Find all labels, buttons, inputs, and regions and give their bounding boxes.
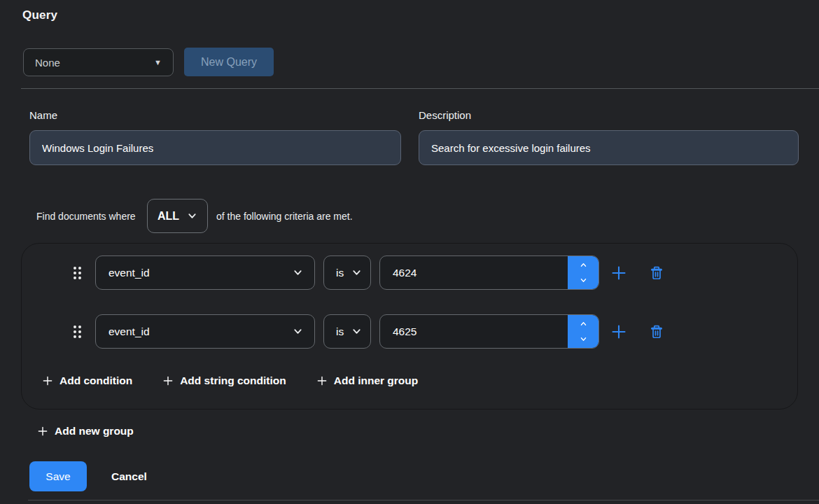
name-label: Name <box>29 109 57 121</box>
plus-icon <box>316 375 328 386</box>
operator-select-value: is <box>336 326 344 338</box>
chevron-down-icon <box>351 267 362 278</box>
drag-handle-icon[interactable] <box>74 267 81 279</box>
condition-row: event_id is <box>74 255 664 290</box>
add-condition-button[interactable]: Add condition <box>42 374 132 387</box>
add-inner-group-button[interactable]: Add inner group <box>316 374 419 387</box>
add-new-group-button[interactable]: Add new group <box>37 425 134 438</box>
plus-icon <box>42 375 53 386</box>
chevron-down-icon <box>187 211 197 221</box>
chevron-down-icon <box>293 267 303 278</box>
spinner-up-icon[interactable] <box>579 320 588 328</box>
new-query-button[interactable]: New Query <box>184 48 274 76</box>
dropdown-arrow-icon: ▼ <box>154 59 162 66</box>
add-string-condition-label: Add string condition <box>180 374 286 387</box>
saved-query-selected-value: None <box>35 57 60 69</box>
bottom-divider <box>28 500 819 500</box>
add-condition-plus-icon[interactable] <box>610 323 627 340</box>
field-select[interactable]: event_id <box>95 314 315 349</box>
field-select-value: event_id <box>108 326 150 338</box>
number-spinner <box>568 315 598 348</box>
delete-condition-trash-icon[interactable] <box>649 265 664 281</box>
field-select-value: event_id <box>108 267 150 279</box>
criteria-suffix-text: of the following criteria are met. <box>216 211 353 222</box>
condition-row: event_id is <box>74 314 664 349</box>
operator-select-value: is <box>336 267 344 279</box>
criteria-prefix-text: Find documents where <box>36 211 136 222</box>
description-label: Description <box>419 109 471 121</box>
add-string-condition-button[interactable]: Add string condition <box>162 374 286 387</box>
value-input[interactable] <box>380 256 561 289</box>
chevron-down-icon <box>351 326 362 337</box>
add-condition-label: Add condition <box>59 374 132 387</box>
saved-query-select[interactable]: None ▼ <box>23 48 174 76</box>
add-new-group-label: Add new group <box>55 425 134 438</box>
spinner-down-icon[interactable] <box>579 276 588 284</box>
description-input[interactable] <box>419 130 799 165</box>
spinner-up-icon[interactable] <box>579 261 588 269</box>
operator-select[interactable]: is <box>323 314 371 349</box>
value-input[interactable] <box>380 315 561 348</box>
chevron-down-icon <box>293 326 303 337</box>
save-button[interactable]: Save <box>29 461 87 491</box>
field-select[interactable]: event_id <box>95 255 315 290</box>
cancel-button[interactable]: Cancel <box>107 461 151 491</box>
add-buttons-row: Add condition Add string condition Add i… <box>42 374 418 387</box>
delete-condition-trash-icon[interactable] <box>649 324 664 340</box>
match-mode-value: ALL <box>158 210 179 223</box>
spinner-down-icon[interactable] <box>579 335 588 343</box>
drag-handle-icon[interactable] <box>74 326 81 338</box>
add-inner-group-label: Add inner group <box>334 374 419 387</box>
plus-icon <box>162 375 174 386</box>
name-input[interactable] <box>29 130 401 165</box>
operator-select[interactable]: is <box>323 255 371 290</box>
plus-icon <box>37 426 48 437</box>
top-divider <box>21 88 819 89</box>
page-title: Query <box>22 8 57 22</box>
match-mode-select[interactable]: ALL <box>147 199 208 233</box>
value-number-field <box>379 255 599 290</box>
value-number-field <box>379 314 599 349</box>
add-condition-plus-icon[interactable] <box>610 265 627 281</box>
number-spinner <box>568 256 598 289</box>
